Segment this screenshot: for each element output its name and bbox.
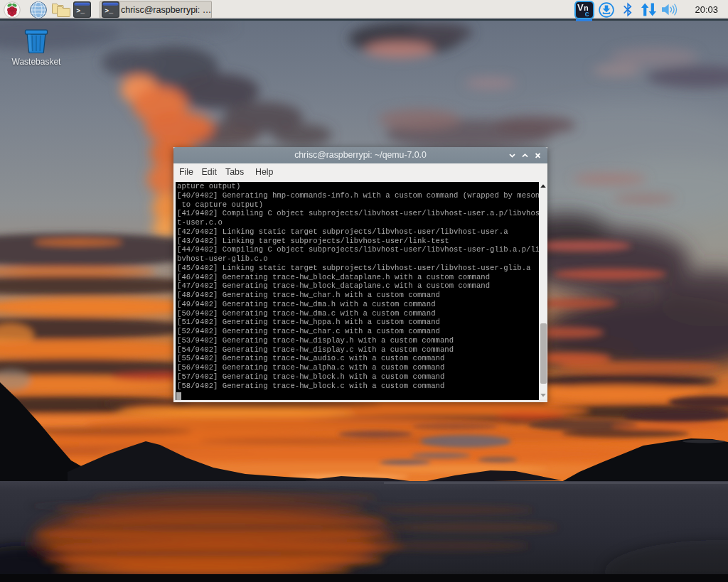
svg-text:c: c	[585, 9, 589, 18]
svg-text:>_: >_	[105, 7, 113, 15]
svg-text:>_: >_	[76, 7, 85, 15]
svg-text:V: V	[577, 2, 584, 13]
